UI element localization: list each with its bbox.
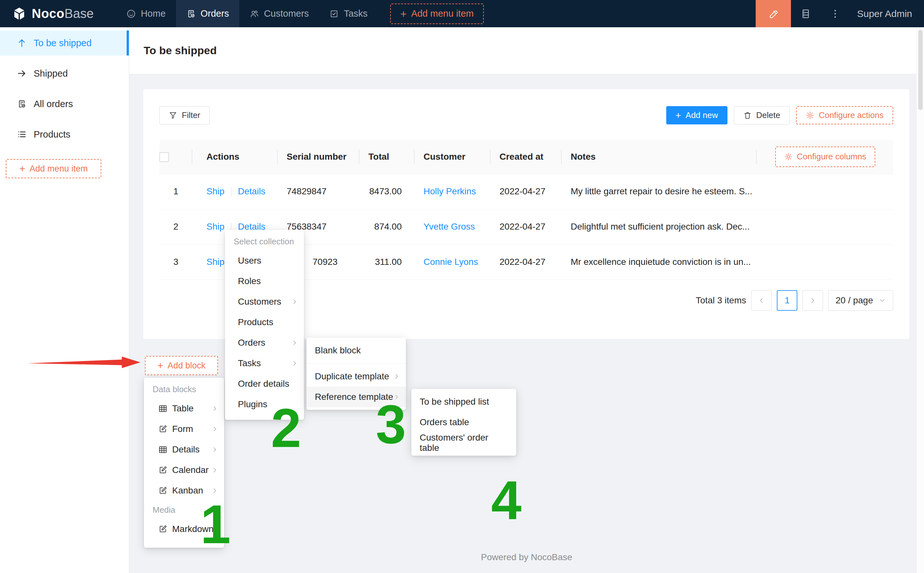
top-navbar: NocoBase Home Orders Customers Tasks + A…: [0, 0, 924, 27]
chevron-right-icon: [211, 446, 218, 453]
configure-columns-button[interactable]: Configure columns: [775, 147, 875, 167]
ellipsis-vertical-icon: [830, 8, 841, 19]
table-header-row: Actions Serial number Total Customer Cre…: [159, 140, 893, 174]
menu-item-calendar[interactable]: Calendar: [144, 460, 224, 480]
ui-editor-button[interactable]: [756, 0, 791, 27]
menu-item-label: Orders: [238, 338, 266, 348]
row-index: 2: [159, 209, 192, 244]
navbar-add-menu-item-button[interactable]: + Add menu item: [390, 3, 484, 24]
sidebar-item-label: To be shipped: [34, 38, 92, 49]
sidebar-item-products[interactable]: Products: [0, 122, 129, 147]
menu-item-products[interactable]: Products: [225, 312, 304, 332]
menu-item-duplicate-template[interactable]: Duplicate template: [306, 366, 406, 387]
menu-item-roles[interactable]: Roles: [225, 271, 304, 291]
menu-item-customers[interactable]: Customers: [225, 291, 304, 312]
menu-item-order-details[interactable]: Order details: [225, 374, 304, 394]
user-menu[interactable]: Super Admin: [857, 8, 912, 19]
menu-item-blank-block[interactable]: Blank block: [306, 340, 406, 361]
total-cell: 311.00: [360, 244, 414, 280]
plus-icon: +: [19, 164, 25, 174]
column-header-actions: Actions: [192, 140, 278, 174]
delete-label: Delete: [756, 110, 780, 120]
customer-link[interactable]: Holly Perkins: [424, 186, 476, 196]
pagination-page-1[interactable]: 1: [777, 290, 797, 311]
delete-button[interactable]: Delete: [734, 106, 790, 124]
menu-group-header: Select collection: [225, 232, 304, 250]
menu-item-label: Calendar: [172, 465, 209, 475]
navbar-right: Super Admin: [756, 0, 924, 27]
add-block-button[interactable]: + Add block: [145, 356, 218, 375]
smiley-icon: [126, 9, 136, 19]
serial-cell: 74829847: [278, 174, 360, 209]
chevron-right-icon: [211, 487, 218, 494]
plugin-settings-button[interactable]: [791, 0, 821, 27]
ship-link[interactable]: Ship: [206, 257, 224, 267]
select-collection-menu: Select collection Users Roles Customers …: [225, 230, 304, 420]
chevron-right-icon: [291, 298, 298, 305]
row-index: 1: [159, 174, 192, 209]
nav-item-customers[interactable]: Customers: [239, 0, 319, 27]
menu-item-tasks[interactable]: Tasks: [225, 353, 304, 374]
details-link[interactable]: Details: [238, 186, 266, 196]
menu-item-form[interactable]: Form: [144, 419, 224, 439]
menu-item-to-be-shipped-list[interactable]: To be shipped list: [411, 391, 516, 412]
gear-icon: [784, 153, 793, 161]
menu-item-label: Details: [172, 445, 200, 455]
menu-item-label: Tasks: [238, 358, 261, 368]
menu-item-label: Users: [238, 255, 261, 266]
form-edit-icon: [158, 424, 168, 434]
configure-actions-button[interactable]: Configure actions: [796, 106, 893, 124]
menu-item-orders[interactable]: Orders: [225, 332, 304, 353]
menu-item-table[interactable]: Table: [144, 398, 224, 419]
created-at-cell: 2022-04-27: [491, 244, 562, 280]
scrollbar[interactable]: [916, 27, 924, 573]
plus-icon: +: [400, 8, 407, 19]
add-new-button[interactable]: + Add new: [666, 106, 727, 124]
menu-item-orders-table[interactable]: Orders table: [411, 412, 516, 432]
sidebar-add-menu-item-button[interactable]: + Add menu item: [6, 159, 101, 178]
menu-item-customers-order-table[interactable]: Customers' order table: [411, 432, 516, 453]
nav-item-tasks[interactable]: Tasks: [319, 0, 378, 27]
reference-template-menu: To be shipped list Orders table Customer…: [411, 389, 516, 456]
ship-link[interactable]: Ship: [206, 186, 224, 196]
select-all-checkbox[interactable]: [159, 152, 169, 162]
annotation-step-3: 3: [376, 397, 404, 451]
customer-link[interactable]: Yvette Gross: [424, 222, 475, 232]
logo-text-noco: Noco: [32, 6, 64, 21]
menu-item-details[interactable]: Details: [144, 439, 224, 460]
form-edit-icon: [158, 465, 168, 475]
add-menu-item-label: Add menu item: [411, 8, 474, 19]
sidebar-item-all-orders[interactable]: All orders: [0, 91, 129, 116]
page-size-select[interactable]: 20 / page: [828, 290, 893, 311]
pagination-next-button[interactable]: [802, 290, 823, 311]
notes-cell: My little garret repair to desire he est…: [562, 174, 757, 209]
scrollbar-thumb[interactable]: [918, 30, 923, 110]
column-header-created-at: Created at: [491, 140, 562, 174]
table-row: 1 ShipDetails 74829847 8473.00 Holly Per…: [159, 174, 893, 209]
menu-item-label: Form: [172, 424, 193, 434]
nav-item-home[interactable]: Home: [116, 0, 176, 27]
plus-icon: +: [675, 111, 681, 120]
chevron-right-icon: [211, 405, 218, 412]
ordered-list-icon: [17, 130, 27, 139]
add-block-label: Add block: [168, 361, 206, 371]
pagination-prev-button[interactable]: [751, 290, 772, 311]
sidebar-item-to-be-shipped[interactable]: To be shipped: [0, 30, 129, 55]
menu-group-header: Data blocks: [144, 380, 224, 398]
column-header-total: Total: [360, 140, 414, 174]
more-menu-button[interactable]: [821, 0, 850, 27]
form-edit-icon: [158, 524, 168, 534]
sidebar-item-label: Shipped: [34, 68, 68, 79]
annotation-step-2: 2: [271, 401, 299, 455]
ship-link[interactable]: Ship: [206, 222, 224, 232]
menu-item-users[interactable]: Users: [225, 250, 304, 271]
action-divider: [231, 188, 231, 197]
funnel-icon: [169, 111, 177, 120]
nav-item-orders[interactable]: Orders: [176, 0, 239, 27]
customer-link[interactable]: Connie Lyons: [424, 257, 478, 267]
filter-button[interactable]: Filter: [159, 106, 210, 124]
arrow-right-icon: [17, 69, 27, 78]
add-menu-item-label: Add menu item: [30, 164, 88, 174]
sidebar-item-shipped[interactable]: Shipped: [0, 61, 129, 86]
menu-item-label: Products: [238, 317, 274, 327]
